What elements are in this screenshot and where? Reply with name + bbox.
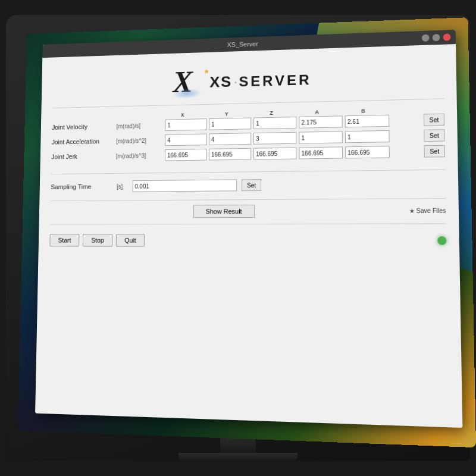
acceleration-a-input[interactable] — [299, 131, 343, 143]
jerk-y-input[interactable] — [209, 148, 251, 161]
start-button[interactable]: Start — [49, 234, 79, 246]
divider-1 — [51, 170, 446, 174]
jerk-set-button[interactable]: Set — [424, 145, 445, 158]
jerk-inputs — [165, 145, 420, 161]
quit-button[interactable]: Quit — [116, 234, 145, 247]
velocity-b-input[interactable] — [345, 115, 390, 128]
logo-text: XS · SERVER — [209, 70, 311, 91]
monitor-base — [178, 453, 298, 461]
axis-header-a: A — [295, 109, 339, 116]
logo-x-wrap: X * — [173, 67, 207, 99]
logo-asterisk: * — [205, 68, 209, 80]
sampling-label: Sampling Time — [51, 183, 112, 190]
velocity-set-button[interactable]: Set — [424, 114, 444, 126]
logo-section: X * XS · SERVER — [52, 51, 444, 108]
sampling-input[interactable] — [133, 179, 237, 192]
sampling-set-button[interactable]: Set — [242, 179, 261, 191]
stop-button[interactable]: Stop — [83, 234, 112, 247]
app-body: X * XS · SERVER — [35, 44, 462, 428]
acceleration-b-input[interactable] — [345, 130, 390, 143]
axis-header-x: X — [162, 112, 203, 118]
maximize-button[interactable] — [433, 34, 440, 41]
acceleration-inputs — [165, 130, 420, 146]
acceleration-set-button[interactable]: Set — [424, 129, 444, 142]
close-button[interactable] — [443, 33, 451, 40]
sampling-unit: [s] — [117, 183, 128, 190]
jerk-label: Joint Jerk — [51, 152, 112, 160]
jerk-row: Joint Jerk [m(rad)/s^3] Set — [51, 145, 445, 162]
velocity-y-input[interactable] — [209, 118, 251, 130]
jerk-a-input[interactable] — [299, 146, 343, 159]
velocity-a-input[interactable] — [299, 115, 342, 128]
divider-2 — [51, 198, 446, 201]
jerk-unit: [m(rad)/s^3] — [116, 152, 162, 159]
divider-3 — [50, 223, 446, 224]
velocity-z-input[interactable] — [253, 117, 296, 129]
save-files-link[interactable]: Save Files — [409, 207, 446, 214]
acceleration-row: Joint Acceleration [m(rad)/s^2] Set — [52, 129, 445, 148]
acceleration-unit: [m(rad)/s^2] — [116, 137, 161, 144]
acceleration-x-input[interactable] — [165, 134, 206, 146]
acceleration-z-input[interactable] — [253, 132, 296, 145]
sampling-row: Sampling Time [s] Set — [51, 174, 446, 196]
axis-header-y: Y — [205, 111, 248, 117]
velocity-x-input[interactable] — [165, 118, 206, 131]
acceleration-y-input[interactable] — [209, 133, 251, 145]
params-section: X Y Z A B Joint Velocity [m(rad)/s] — [51, 99, 445, 170]
screen-bezel: XS_Server X * — [18, 17, 476, 447]
app-window: XS_Server X * — [35, 30, 462, 428]
axis-header-z: Z — [250, 109, 293, 116]
acceleration-label: Joint Acceleration — [52, 137, 113, 145]
status-indicator — [437, 236, 446, 245]
logo-dot: · — [234, 75, 237, 89]
monitor: XS_Server X * — [6, 15, 470, 461]
logo-server: SERVER — [239, 71, 312, 90]
screen-content: XS_Server X * — [18, 17, 476, 447]
title-bar-controls — [422, 33, 451, 42]
logo-xs: XS — [209, 73, 232, 91]
logo-container: X * XS · SERVER — [173, 64, 311, 99]
actions-row: Show Result Save Files — [50, 201, 446, 221]
axis-header-b: B — [341, 108, 385, 115]
velocity-unit: [m(rad)/s] — [117, 122, 162, 129]
jerk-b-input[interactable] — [345, 146, 390, 158]
jerk-z-input[interactable] — [253, 148, 296, 160]
minimize-button[interactable] — [422, 35, 430, 42]
velocity-label: Joint Velocity — [52, 123, 113, 130]
control-buttons: Start Stop Quit — [49, 228, 446, 251]
jerk-x-input[interactable] — [165, 149, 206, 161]
show-result-button[interactable]: Show Result — [193, 205, 255, 218]
